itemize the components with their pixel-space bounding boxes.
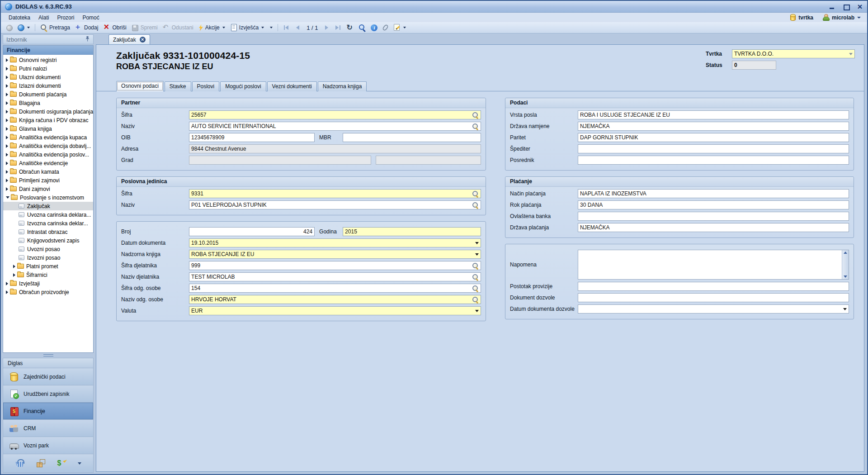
scroll-up-icon[interactable] [844,252,847,254]
expand-arrow-icon[interactable] [6,127,8,131]
tree-item[interactable]: Analitička evidencija poslov... [3,150,93,159]
delete-button[interactable]: Obriši [101,23,128,32]
expand-arrow-icon[interactable] [6,144,8,148]
scroll-down-icon[interactable] [844,276,847,278]
input-field[interactable] [578,293,849,302]
tab-mogu-i-poslovi[interactable]: Mogući poslovi [220,81,266,91]
input-field[interactable] [578,212,849,221]
input-field[interactable]: NJEMAČKA [578,223,849,232]
caret-only-button[interactable] [267,26,275,29]
expand-arrow-icon[interactable] [13,273,15,277]
refresh-button[interactable] [344,23,356,32]
tree-item[interactable]: Dani zajmovi [3,185,93,193]
caret-icon[interactable] [77,458,82,468]
expand-arrow-icon[interactable] [6,101,8,105]
tree-item[interactable]: Blagajna [3,99,93,107]
finance-icon[interactable] [57,458,66,468]
tree-item[interactable]: Analitička evidencija dobavlj... [3,142,93,150]
input-field[interactable]: 25657 [189,110,481,119]
dock-item-db[interactable]: Zajednički podaci [3,368,94,385]
input-field[interactable]: 154 [189,284,481,293]
tree-item[interactable]: Dokumenti osiguranja plaćanja [3,107,93,116]
tab-poslovi[interactable]: Poslovi [192,81,220,91]
search-button[interactable]: Pretraga [38,23,72,32]
menu-item[interactable]: Pomoć [78,14,103,22]
tree-item[interactable]: Izvozna carinska deklar... [3,219,93,228]
dock-item-books[interactable]: Financije [3,402,94,419]
add-button[interactable]: Dodaj [73,23,100,32]
input-field[interactable]: 9331 [189,189,481,198]
combo-caret-icon[interactable] [475,253,479,256]
tree-item[interactable]: Osnovni registri [3,56,93,64]
expand-arrow-icon[interactable] [6,162,8,165]
expand-arrow-icon[interactable] [6,187,8,191]
input-field[interactable]: NAPLATA IZ INOZEMSTVA [578,189,849,198]
lookup-search-icon[interactable] [472,202,479,209]
input-field[interactable]: 12345678909 [189,133,315,142]
pin-icon[interactable] [85,36,90,43]
expand-arrow-icon[interactable] [6,67,8,71]
zoom-button[interactable] [356,23,368,32]
input-field[interactable] [578,304,849,314]
collapse-arrow-icon[interactable] [6,196,9,199]
form-edit-button[interactable] [391,23,408,32]
expand-arrow-icon[interactable] [6,110,8,114]
lookup-search-icon[interactable] [472,112,479,119]
input-field[interactable]: ROBA STJECANJE IZ EU [189,250,481,259]
tree-item[interactable]: Putni nalozi [3,64,93,73]
packages-icon[interactable] [36,458,46,468]
input-field[interactable]: AUTO SERVICE INTERNATIONAL [189,122,481,131]
tree-item[interactable]: Obračun proizvodnje [3,288,93,296]
tree-item[interactable]: Knjigovodstveni zapis [3,236,93,245]
lookup-search-icon[interactable] [472,262,479,269]
expand-arrow-icon[interactable] [6,282,8,285]
tree-item[interactable]: Analitičke evidencije [3,159,93,167]
input-field[interactable]: 999 [189,261,481,270]
expand-arrow-icon[interactable] [6,76,8,79]
globe-button[interactable] [15,23,32,32]
company-select[interactable]: TVRTKA D.O.O. [732,49,855,58]
minimize-button[interactable] [829,4,835,10]
input-field[interactable]: HRVOJE HORVAT [189,295,481,304]
expand-arrow-icon[interactable] [6,179,8,182]
lightning-button[interactable]: Akcije [196,24,227,32]
document-tab[interactable]: Zaključak × [108,34,150,44]
expand-arrow-icon[interactable] [13,265,15,268]
expand-arrow-icon[interactable] [6,170,8,174]
expand-arrow-icon[interactable] [6,84,8,88]
input-field[interactable] [343,133,481,142]
input-field[interactable]: ROBA I USLUGE STJECANJE IZ EU [578,110,849,119]
input-field[interactable]: 2015 [343,227,481,236]
tab-nadzorna-knjiga[interactable]: Nadzorna knjiga [318,81,367,91]
input-field[interactable] [578,282,849,291]
report-button[interactable]: Izvješća [228,23,266,32]
sidebar-splitter[interactable] [3,353,94,358]
dock-item-people[interactable]: CRM [3,419,94,437]
input-field[interactable]: DAP GORNJI STUPNIK [578,133,849,142]
input-field[interactable]: 19.10.2015 [189,238,481,247]
combo-caret-icon[interactable] [475,310,479,312]
input-field[interactable]: 30 DANA [578,200,849,209]
attachment-button[interactable] [380,24,391,32]
tree-item[interactable]: Dokumenti plaćanja [3,90,93,99]
tab-stavke[interactable]: Stavke [165,81,191,91]
tree-item[interactable]: Izvozni posao [3,253,93,262]
input-field[interactable]: 424 [189,227,315,236]
tree-item[interactable]: Izvještaji [3,279,93,288]
lookup-search-icon[interactable] [472,190,479,197]
tree-item[interactable]: Uvozni posao [3,245,93,253]
textarea-scrollbar[interactable] [842,250,849,279]
combo-caret-icon[interactable] [849,53,853,55]
input-field[interactable]: TEST MICROLAB [189,272,481,281]
menu-item[interactable]: Prozori [53,14,78,22]
tab-osnovni-podaci[interactable]: Osnovni podaci [116,81,164,91]
tree-item[interactable]: Ulazni dokumenti [3,73,93,81]
input-field[interactable]: P01 VELEPRODAJA STUPNIK [189,200,481,209]
tab-vezni-dokumenti[interactable]: Vezni dokumenti [267,81,317,91]
input-field[interactable] [578,144,849,153]
expand-arrow-icon[interactable] [6,153,8,157]
combo-caret-icon[interactable] [475,242,479,244]
lookup-search-icon[interactable] [472,123,479,130]
tree-item[interactable]: Intrastat obrazac [3,228,93,236]
combo-caret-icon[interactable] [843,308,847,310]
